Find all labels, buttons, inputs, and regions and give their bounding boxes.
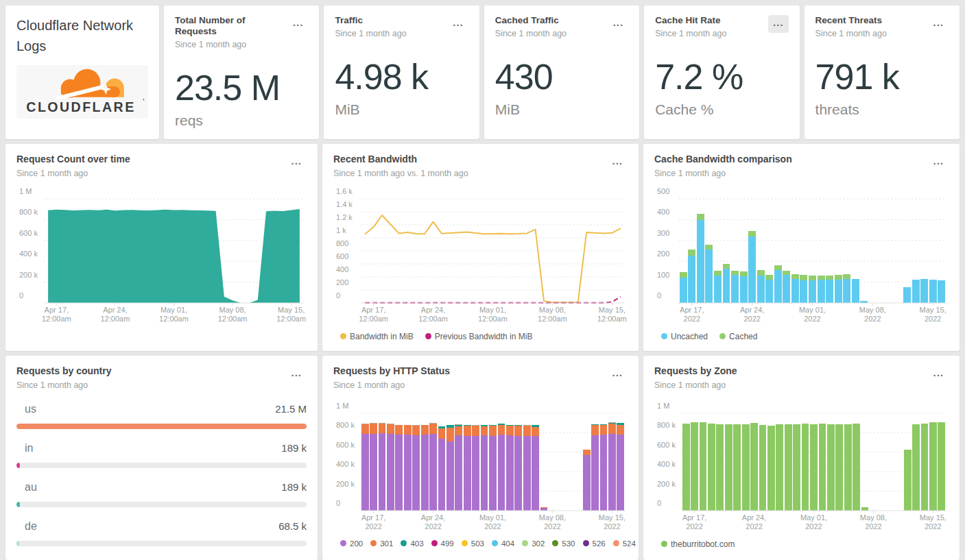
legend-item[interactable]: Cached	[719, 332, 757, 341]
svg-text:800 k: 800 k	[19, 208, 38, 216]
svg-text:May 01,: May 01,	[800, 513, 827, 522]
stat-value: 23.5 M	[175, 70, 308, 106]
country-bar[interactable]	[16, 463, 307, 468]
legend-item[interactable]: 200	[340, 539, 363, 548]
cache-bandwidth-legend: UncachedCached	[654, 332, 949, 341]
panel-title: Request Count over time	[16, 154, 130, 166]
panel-requests-by-http-status: Requests by HTTP Status Since 1 month ag…	[322, 356, 639, 560]
legend-item[interactable]: 499	[431, 539, 454, 548]
legend-item[interactable]: Previous Bandwidth in MiB	[425, 332, 533, 341]
svg-text:400 k: 400 k	[657, 460, 676, 468]
panel-menu-button[interactable]: ...	[928, 365, 949, 383]
legend-item[interactable]: 302	[522, 539, 545, 548]
svg-text:May 08,: May 08,	[539, 306, 566, 314]
panel-title: Cache Bandwidth comparison	[654, 154, 792, 166]
svg-text:Apr 24,: Apr 24,	[740, 306, 764, 314]
panel-subtitle: Since 1 month ago	[16, 380, 111, 390]
svg-text:Apr 17,: Apr 17,	[680, 306, 704, 314]
svg-text:1.4 k: 1.4 k	[336, 200, 353, 208]
legend-item[interactable]: 526	[583, 539, 606, 548]
panel-subtitle: Since 1 month ago	[333, 380, 450, 390]
svg-text:12:00am: 12:00am	[418, 315, 448, 323]
stat-value: 430	[495, 59, 628, 95]
stat-value: 7.2 %	[655, 59, 788, 95]
svg-text:May 01,: May 01,	[479, 513, 506, 522]
panel-recent-bandwidth: Recent Bandwidth Since 1 month ago vs. 1…	[322, 144, 639, 351]
svg-text:12:00am: 12:00am	[159, 315, 189, 323]
stat-subtitle: Since 1 month ago	[335, 29, 406, 38]
stat-card-traffic: Traffic Since 1 month ago ... 4.98 k MiB	[324, 5, 479, 139]
http-status-chart[interactable]: 1 M800 k600 k400 k200 k0Apr 17,2022Apr 2…	[333, 398, 628, 535]
legend-dot-icon	[492, 540, 498, 546]
svg-text:2022: 2022	[484, 522, 501, 531]
stat-card-cache-hit-rate: Cache Hit Rate Since 1 month ago ... 7.2…	[644, 5, 799, 139]
country-row-de: de 68.5 k	[16, 520, 307, 546]
bandwidth-legend: Bandwidth in MiBPrevious Bandwidth in Mi…	[333, 332, 628, 341]
legend-item[interactable]: 503	[462, 539, 484, 548]
svg-text:12:00am: 12:00am	[478, 315, 508, 323]
svg-text:1.6 k: 1.6 k	[336, 187, 353, 195]
panel-menu-button[interactable]: ...	[768, 15, 789, 33]
stat-title: Total Number of Requests	[175, 15, 288, 37]
svg-text:May 01,: May 01,	[479, 306, 506, 314]
zone-chart[interactable]: 1 M800 k600 k400 k200 k0Apr 17,2022Apr 2…	[654, 398, 949, 535]
legend-item[interactable]: theburritobot.com	[661, 539, 735, 549]
stat-card-recent-threats: Recent Threats Since 1 month ago ... 791…	[805, 5, 960, 139]
panel-menu-button[interactable]: ...	[286, 365, 307, 383]
svg-text:2022: 2022	[804, 315, 820, 323]
country-row-us: us 21.5 M	[16, 403, 307, 429]
country-bar[interactable]	[16, 424, 307, 429]
panel-menu-button[interactable]: ...	[928, 15, 949, 33]
legend-dot-icon	[462, 540, 468, 546]
panel-menu-button[interactable]: ...	[607, 365, 628, 383]
cache-bandwidth-chart[interactable]: 5004003002001000Apr 17,2022Apr 24,2022Ma…	[654, 184, 949, 328]
country-bar-fill	[16, 424, 307, 429]
svg-text:May 15,: May 15,	[599, 306, 626, 314]
svg-text:200 k: 200 k	[336, 479, 355, 487]
svg-text:12:00am: 12:00am	[276, 315, 306, 323]
legend-item[interactable]: Bandwidth in MiB	[340, 332, 414, 341]
svg-text:400 k: 400 k	[336, 460, 355, 468]
svg-text:2022: 2022	[686, 522, 702, 531]
legend-item[interactable]: 524	[613, 539, 636, 548]
panel-menu-button[interactable]: ...	[608, 15, 629, 33]
legend-item[interactable]: 403	[401, 539, 423, 548]
legend-dot-icon	[340, 540, 346, 546]
svg-text:2022: 2022	[684, 315, 700, 323]
stat-card-cached-traffic: Cached Traffic Since 1 month ago ... 430…	[484, 5, 639, 139]
svg-text:200: 200	[336, 278, 348, 287]
legend-item[interactable]: 301	[370, 539, 393, 548]
recent-bandwidth-chart[interactable]: 1.6 k1.4 k1.2 k1 k8006004002000Apr 17,12…	[333, 184, 628, 328]
svg-text:400: 400	[336, 265, 348, 273]
svg-text:2022: 2022	[865, 522, 881, 531]
panel-menu-button[interactable]: ...	[286, 154, 307, 171]
stat-title: Traffic	[335, 15, 406, 26]
svg-text:1 k: 1 k	[336, 226, 346, 234]
panel-menu-button[interactable]: ...	[607, 154, 628, 171]
legend-item[interactable]: Uncached	[661, 332, 708, 341]
panel-menu-button[interactable]: ...	[928, 154, 949, 171]
country-value: 68.5 k	[278, 520, 307, 532]
legend-dot-icon	[613, 540, 619, 546]
svg-text:12:00am: 12:00am	[538, 315, 567, 323]
svg-text:0: 0	[657, 499, 661, 507]
legend-item[interactable]: 530	[552, 539, 575, 548]
http-status-legend: 200301403499503404302530526524	[333, 539, 628, 548]
svg-text:CLOUDFLARE: CLOUDFLARE	[26, 99, 135, 114]
svg-text:May 15,: May 15,	[278, 306, 305, 314]
stat-subtitle: Since 1 month ago	[655, 29, 726, 38]
panel-menu-button[interactable]: ...	[288, 15, 309, 33]
panel-title: Requests by Zone	[654, 365, 737, 378]
svg-text:': '	[143, 97, 144, 106]
country-bar[interactable]	[16, 502, 307, 507]
svg-text:400: 400	[657, 208, 669, 216]
country-code: au	[16, 481, 37, 494]
svg-text:12:00am: 12:00am	[101, 315, 130, 323]
panel-requests-by-zone: Requests by Zone Since 1 month ago ... 1…	[643, 356, 960, 560]
legend-dot-icon	[719, 333, 726, 339]
request-count-chart[interactable]: 1 M800 k600 k400 k200 k0Apr 17,12:00amAp…	[16, 184, 307, 328]
country-bar[interactable]	[16, 541, 307, 546]
legend-item[interactable]: 404	[492, 539, 514, 548]
panel-subtitle: Since 1 month ago	[654, 169, 792, 178]
panel-menu-button[interactable]: ...	[448, 15, 468, 33]
